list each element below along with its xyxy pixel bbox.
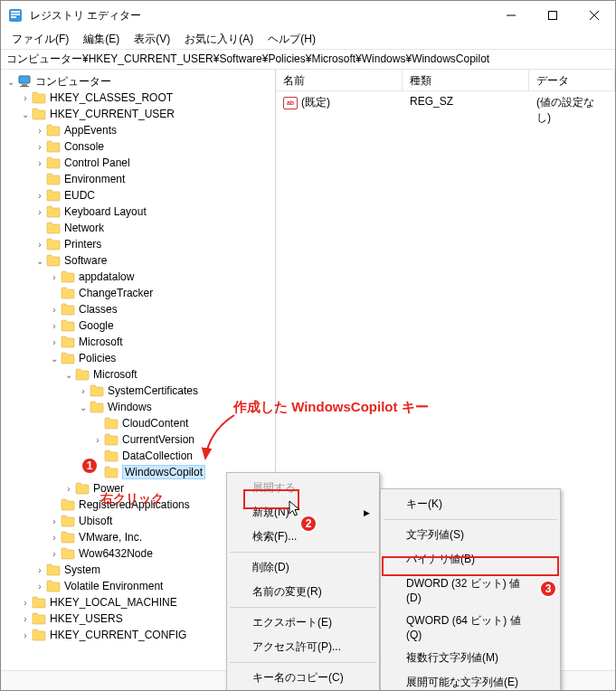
menu-help[interactable]: ヘルプ(H) xyxy=(261,32,323,47)
col-header-name[interactable]: 名前 xyxy=(276,70,403,90)
chevron-right-icon[interactable]: › xyxy=(62,484,75,494)
svg-rect-3 xyxy=(11,16,16,18)
tree-item[interactable]: ›Google xyxy=(1,317,275,334)
tree-item-label: DataCollection xyxy=(122,450,193,462)
ctx-new-qword[interactable]: QWORD (64 ビット) 値(Q) xyxy=(383,609,558,646)
menu-edit[interactable]: 編集(E) xyxy=(76,32,127,47)
tree-item[interactable]: Environment xyxy=(1,171,275,187)
chevron-right-icon[interactable]: › xyxy=(33,142,46,152)
minimize-button[interactable] xyxy=(490,1,532,30)
chevron-down-icon[interactable]: ⌄ xyxy=(33,256,46,266)
tree-item[interactable]: ›HKEY_CLASSES_ROOT xyxy=(1,90,275,106)
menu-view[interactable]: 表示(V) xyxy=(127,32,177,47)
folder-icon xyxy=(61,270,75,283)
chevron-right-icon[interactable]: › xyxy=(33,158,46,168)
folder-icon xyxy=(32,612,46,625)
tree-item[interactable]: ›Keyboard Layout xyxy=(1,204,275,220)
tree-item-label: HKEY_CURRENT_CONFIG xyxy=(50,629,186,641)
chevron-down-icon[interactable]: ⌄ xyxy=(77,402,90,412)
tree-item[interactable]: ⌄HKEY_CURRENT_USER xyxy=(1,106,275,122)
tree-item[interactable]: Network xyxy=(1,220,275,236)
value-name: (既定) xyxy=(301,96,330,109)
tree-item[interactable]: ›Microsoft xyxy=(1,334,275,350)
chevron-down-icon[interactable]: ⌄ xyxy=(48,354,61,364)
chevron-right-icon[interactable]: › xyxy=(48,337,61,347)
chevron-right-icon[interactable]: › xyxy=(91,435,104,445)
tree-item-label: EUDC xyxy=(64,189,95,202)
ctx-permissions[interactable]: アクセス許可(P)... xyxy=(229,635,377,659)
tree-item[interactable]: ›AppEvents xyxy=(1,122,275,138)
ctx-new-key[interactable]: キー(K) xyxy=(383,492,558,516)
chevron-down-icon[interactable]: ⌄ xyxy=(5,77,17,87)
chevron-right-icon[interactable]: › xyxy=(33,582,46,592)
tree-item[interactable]: ›EUDC xyxy=(1,187,275,204)
folder-icon xyxy=(46,205,61,218)
tree-item[interactable]: ⌄Policies xyxy=(1,350,275,366)
folder-icon xyxy=(32,629,46,641)
chevron-right-icon[interactable]: › xyxy=(19,614,32,624)
chevron-right-icon[interactable]: › xyxy=(48,533,61,543)
chevron-right-icon[interactable]: › xyxy=(33,207,46,217)
tree-item[interactable]: ›Control Panel xyxy=(1,155,275,171)
chevron-right-icon[interactable]: › xyxy=(48,321,61,331)
chevron-right-icon[interactable]: › xyxy=(33,126,46,136)
chevron-right-icon[interactable]: › xyxy=(48,272,61,282)
menu-favorites[interactable]: お気に入り(A) xyxy=(177,32,261,47)
folder-icon xyxy=(46,156,61,169)
tree-item-label: HKEY_LOCAL_MACHINE xyxy=(50,596,177,609)
tree-item-label: Control Panel xyxy=(64,156,130,169)
chevron-down-icon[interactable]: ⌄ xyxy=(19,109,32,119)
address-bar[interactable]: コンピューター¥HKEY_CURRENT_USER¥Software¥Polic… xyxy=(1,50,615,70)
ctx-rename[interactable]: 名前の変更(R) xyxy=(229,580,377,604)
col-header-data[interactable]: データ xyxy=(529,70,615,90)
chevron-right-icon[interactable]: › xyxy=(19,598,32,608)
window-title: レジストリ エディター xyxy=(30,8,490,24)
tree-item[interactable]: ⌄Software xyxy=(1,252,275,269)
chevron-right-icon[interactable]: › xyxy=(33,565,46,575)
ctx-new-multi[interactable]: 複数行文字列値(M) xyxy=(383,646,558,670)
col-header-type[interactable]: 種類 xyxy=(403,70,529,90)
folder-icon xyxy=(46,222,61,234)
menu-file[interactable]: ファイル(F) xyxy=(5,32,76,47)
folder-icon xyxy=(46,124,61,137)
close-button[interactable] xyxy=(573,1,615,30)
tree-item-label: Policies xyxy=(79,352,116,364)
chevron-right-icon[interactable]: › xyxy=(19,93,32,103)
folder-icon xyxy=(104,466,118,478)
chevron-right-icon[interactable]: › xyxy=(33,240,46,250)
svg-rect-5 xyxy=(549,12,557,20)
tree-item-label: Network xyxy=(64,222,104,234)
tree-item[interactable]: ›Classes xyxy=(1,301,275,317)
ctx-copykey[interactable]: キー名のコピー(C) xyxy=(229,666,377,690)
ctx-new-expand[interactable]: 展開可能な文字列値(E) xyxy=(383,670,558,691)
context-menu[interactable]: 展開する 新規(N)▶ 検索(F)... 削除(D) 名前の変更(R) エクスポ… xyxy=(226,472,380,691)
chevron-right-icon[interactable]: › xyxy=(19,630,32,640)
context-submenu-new[interactable]: キー(K) 文字列値(S) バイナリ値(B) DWORD (32 ビット) 値(… xyxy=(380,488,561,691)
list-row[interactable]: ab(既定) REG_SZ (値の設定なし) xyxy=(276,91,615,129)
chevron-right-icon[interactable]: › xyxy=(48,305,61,315)
ctx-new-binary[interactable]: バイナリ値(B) xyxy=(383,547,558,572)
ctx-new-dword[interactable]: DWORD (32 ビット) 値(D) xyxy=(383,572,558,609)
ctx-export[interactable]: エクスポート(E) xyxy=(229,611,377,635)
maximize-button[interactable] xyxy=(532,1,573,30)
folder-icon xyxy=(46,563,61,576)
chevron-right-icon[interactable]: › xyxy=(48,516,61,526)
separator xyxy=(230,607,376,608)
tree-item[interactable]: ChangeTracker xyxy=(1,285,275,301)
annotation-badge-1: 1 xyxy=(81,457,99,475)
chevron-down-icon[interactable]: ⌄ xyxy=(62,370,75,380)
tree-root-computer[interactable]: ⌄コンピューター xyxy=(1,73,275,90)
tree-item[interactable]: ›appdatalow xyxy=(1,269,275,285)
folder-icon xyxy=(61,531,75,544)
chevron-right-icon[interactable]: › xyxy=(77,386,90,396)
tree-item[interactable]: ⌄Microsoft xyxy=(1,366,275,383)
chevron-right-icon[interactable]: › xyxy=(33,191,46,201)
chevron-right-icon[interactable]: › xyxy=(48,549,61,559)
ctx-new-string[interactable]: 文字列値(S) xyxy=(383,523,558,547)
tree-item[interactable]: ›Printers xyxy=(1,236,275,252)
tree-item[interactable]: ›SystemCertificates xyxy=(1,383,275,399)
ctx-delete[interactable]: 削除(D) xyxy=(229,555,377,580)
tree-item[interactable]: ›Console xyxy=(1,138,275,155)
tree-item-label: appdatalow xyxy=(79,270,134,283)
tree-item-label: Microsoft xyxy=(93,368,137,381)
